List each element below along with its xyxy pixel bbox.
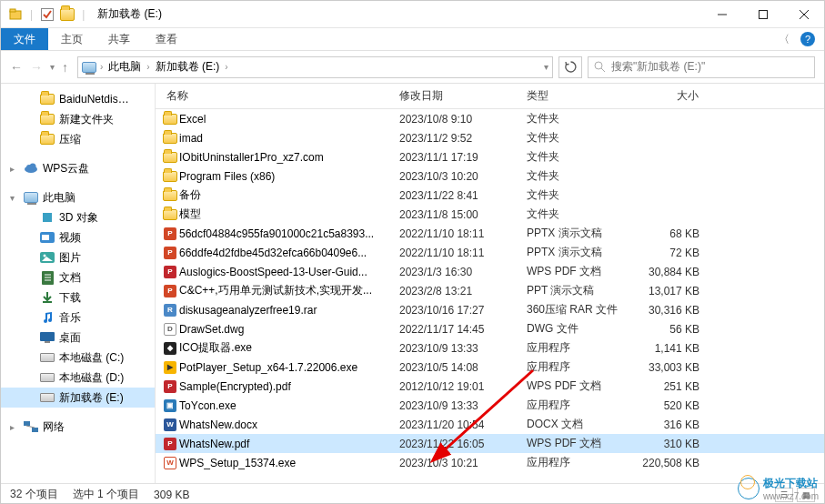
file-icon: ▶ xyxy=(161,361,179,374)
svg-rect-25 xyxy=(32,428,38,432)
tab-view[interactable]: 查看 xyxy=(143,28,190,50)
qat-checkbox-icon[interactable] xyxy=(40,7,55,22)
svg-line-8 xyxy=(601,68,605,72)
navigation-row: ← → ▾ ↑ › 此电脑 › 新加载卷 (E:) › ▾ 搜索"新加载卷 (E… xyxy=(1,51,824,84)
tree-item[interactable]: BaiduNetdis… xyxy=(1,89,155,109)
file-row[interactable]: 备份2023/11/22 8:41文件夹 xyxy=(156,186,824,205)
tree-item[interactable]: ▸网络 xyxy=(1,417,155,437)
file-size: 33,003 KB xyxy=(630,361,712,374)
breadcrumb-drive[interactable]: 新加载卷 (E:) xyxy=(154,59,222,75)
file-row[interactable]: WWhatsNew.docx2023/11/20 10:54DOCX 文档316… xyxy=(156,415,824,434)
column-name[interactable]: 名称 xyxy=(161,88,394,104)
file-type: 文件夹 xyxy=(521,207,630,222)
file-row[interactable]: Rdiskusageanalyzerfree19.rar2023/10/16 1… xyxy=(156,300,824,319)
tree-item[interactable]: 下载 xyxy=(1,287,155,307)
file-row[interactable]: P56dcf04884c955fa901000c21c5a8393...2022… xyxy=(156,224,824,243)
search-box[interactable]: 搜索"新加载卷 (E:)" xyxy=(588,56,815,78)
refresh-button[interactable] xyxy=(558,56,582,78)
column-date[interactable]: 修改日期 xyxy=(394,88,521,104)
svg-point-7 xyxy=(595,62,602,69)
tree-item-icon xyxy=(39,271,55,285)
svg-rect-12 xyxy=(43,213,52,222)
tab-file[interactable]: 文件 xyxy=(1,28,48,50)
tree-item-label: 本地磁盘 (C:) xyxy=(59,350,124,366)
file-row[interactable]: PWhatsNew.pdf2023/11/22 16:05WPS PDF 文档3… xyxy=(156,434,824,453)
tab-share[interactable]: 共享 xyxy=(96,28,143,50)
crumb-sep-icon[interactable]: › xyxy=(225,62,227,72)
file-row[interactable]: WWPS_Setup_15374.exe2023/10/3 10:21应用程序2… xyxy=(156,453,824,472)
tab-home[interactable]: 主页 xyxy=(48,28,96,50)
file-date: 2023/11/20 10:54 xyxy=(394,418,521,431)
file-date: 2023/10/5 14:08 xyxy=(394,361,521,374)
tree-item[interactable]: 新建文件夹 xyxy=(1,109,155,129)
tree-item-icon xyxy=(39,114,55,125)
file-row[interactable]: IObitUninstaller1Pro_xz7.com2023/11/1 17… xyxy=(156,147,824,166)
file-row[interactable]: ◆ICO提取器.exe2023/10/9 13:33应用程序1,141 KB xyxy=(156,338,824,358)
file-row[interactable]: PC&C++,巧用单元测试新技术,实现开发...2023/2/8 13:21PP… xyxy=(156,281,824,300)
file-row[interactable]: ▶PotPlayer_Setup_x64-1.7.22006.exe2023/1… xyxy=(156,358,824,377)
file-row[interactable]: P66ddfe4d2fdbe45d32efca66b0409e6...2022/… xyxy=(156,243,824,262)
file-row[interactable]: PAuslogics-BoostSpeed-13-User-Guid...202… xyxy=(156,262,824,281)
tree-item-label: 本地磁盘 (D:) xyxy=(59,370,124,386)
tree-item[interactable]: 本地磁盘 (D:) xyxy=(1,368,155,388)
tree-item[interactable]: 视频 xyxy=(1,227,155,247)
column-size[interactable]: 大小 xyxy=(630,88,712,104)
file-icon: P xyxy=(161,266,179,278)
file-name: C&C++,巧用单元测试新技术,实现开发... xyxy=(179,283,394,298)
address-dropdown-icon[interactable]: ▾ xyxy=(544,62,548,72)
tree-item-label: 文档 xyxy=(59,270,81,286)
expand-icon[interactable]: ▾ xyxy=(10,193,19,203)
expand-icon[interactable]: ▸ xyxy=(10,422,19,432)
back-button[interactable]: ← xyxy=(10,60,23,75)
status-item-count: 32 个项目 xyxy=(10,487,58,502)
view-details-button[interactable]: ☰ xyxy=(775,488,793,502)
file-row[interactable]: Program Files (x86)2023/10/3 10:20文件夹 xyxy=(156,166,824,186)
tree-item[interactable]: 压缩 xyxy=(1,129,155,149)
maximize-button[interactable] xyxy=(742,1,783,27)
tree-item-label: WPS云盘 xyxy=(43,161,89,176)
quick-access-toolbar: | | 新加载卷 (E:) xyxy=(1,6,701,22)
file-date: 2023/11/2 9:52 xyxy=(394,132,521,145)
tree-item[interactable]: ▸WPS云盘 xyxy=(1,158,155,178)
file-icon xyxy=(161,190,179,201)
ribbon-collapse-icon[interactable]: 〈 xyxy=(779,32,790,47)
minimize-button[interactable] xyxy=(701,1,742,27)
file-row[interactable]: 模型2023/11/8 15:00文件夹 xyxy=(156,205,824,224)
status-size: 309 KB xyxy=(154,489,189,501)
help-icon[interactable]: ? xyxy=(800,32,815,46)
navigation-tree[interactable]: BaiduNetdis…新建文件夹压缩▸WPS云盘▾此电脑3D 对象视频图片文档… xyxy=(1,84,156,483)
address-bar[interactable]: › 此电脑 › 新加载卷 (E:) › ▾ xyxy=(77,56,553,78)
file-size: 251 KB xyxy=(630,380,712,393)
file-row[interactable]: DDrawSet.dwg2022/11/17 14:45DWG 文件56 KB xyxy=(156,319,824,338)
expand-icon[interactable]: ▸ xyxy=(10,164,19,174)
breadcrumb-pc[interactable]: 此电脑 xyxy=(106,59,143,75)
tree-item[interactable]: 3D 对象 xyxy=(1,207,155,227)
recent-locations-button[interactable]: ▾ xyxy=(50,62,55,72)
file-type: 应用程序 xyxy=(521,455,630,470)
tree-item[interactable]: 桌面 xyxy=(1,328,155,348)
tree-item[interactable]: 音乐 xyxy=(1,307,155,328)
file-name: Program Files (x86) xyxy=(179,170,394,183)
tree-item[interactable]: 新加载卷 (E:) xyxy=(1,388,155,408)
file-row[interactable]: PSample(Encrypted).pdf2012/10/12 19:01WP… xyxy=(156,377,824,396)
tree-item[interactable]: 图片 xyxy=(1,247,155,267)
file-type: DWG 文件 xyxy=(521,321,630,337)
file-row[interactable]: ▣ToYcon.exe2023/10/9 13:33应用程序520 KB xyxy=(156,396,824,415)
tree-item-icon xyxy=(39,232,55,243)
file-rows[interactable]: Excel2023/10/8 9:10文件夹imad2023/11/2 9:52… xyxy=(156,109,824,483)
close-button[interactable] xyxy=(783,1,824,27)
file-row[interactable]: Excel2023/10/8 9:10文件夹 xyxy=(156,109,824,128)
up-button[interactable]: ↑ xyxy=(62,60,68,75)
folder-title-icon xyxy=(60,7,75,22)
tree-item[interactable]: 文档 xyxy=(1,267,155,287)
file-row[interactable]: imad2023/11/2 9:52文件夹 xyxy=(156,128,824,147)
file-date: 2023/10/9 13:33 xyxy=(394,399,521,412)
view-icons-button[interactable]: ▦ xyxy=(797,488,815,502)
svg-point-11 xyxy=(30,164,36,170)
column-type[interactable]: 类型 xyxy=(521,88,630,104)
tree-item[interactable]: 本地磁盘 (C:) xyxy=(1,348,155,368)
crumb-sep-icon[interactable]: › xyxy=(100,62,103,72)
crumb-sep-icon[interactable]: › xyxy=(146,62,149,72)
forward-button[interactable]: → xyxy=(30,60,43,75)
tree-item[interactable]: ▾此电脑 xyxy=(1,187,155,207)
